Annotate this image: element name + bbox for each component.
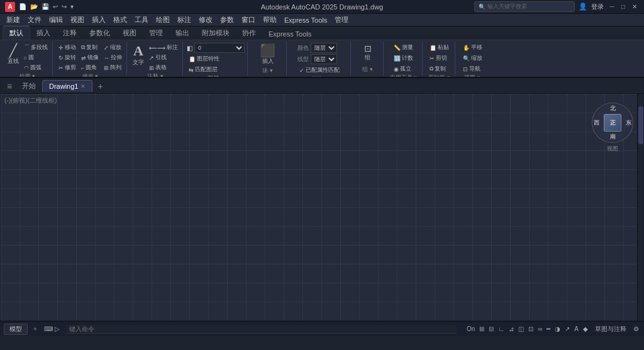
mirror-btn[interactable]: ⇌ 镜像 (79, 53, 101, 62)
search-bar[interactable]: 🔍 输入关键字搜索 (474, 1, 575, 12)
rotate-btn[interactable]: ↻ 旋转 (57, 53, 78, 62)
user-icon[interactable]: 👤 (579, 3, 587, 11)
minimize-btn[interactable]: ─ (608, 3, 616, 11)
close-btn[interactable]: ✕ (630, 3, 639, 11)
status-icon-6[interactable]: ⊡ (527, 325, 535, 332)
canvas-grid[interactable] (1, 94, 643, 320)
menu-edit[interactable]: 编辑 (45, 14, 67, 26)
tab-annotation[interactable]: 注释 (57, 26, 83, 40)
tab-manage[interactable]: 管理 (143, 26, 169, 40)
insert-btn[interactable]: ⬛ 插入 (258, 43, 277, 67)
layer-select[interactable]: 0 (194, 43, 245, 53)
status-icon-1[interactable]: ⊞ (478, 325, 486, 332)
color-select[interactable]: 随层 (311, 43, 337, 53)
menu-modify[interactable]: 修改 (195, 14, 216, 26)
menu-draw[interactable]: 绘图 (152, 14, 174, 26)
home-tab-drawing[interactable]: 开始 (17, 80, 41, 92)
app-icon[interactable]: A (5, 2, 15, 12)
count-btn[interactable]: 🔢 计数 (392, 54, 415, 63)
menu-params[interactable]: 参数 (216, 14, 238, 26)
fillet-btn[interactable]: ⌐ 圆角 (79, 63, 101, 72)
status-icon-4[interactable]: ⊿ (508, 325, 515, 332)
move-btn[interactable]: ✛ 移动 (57, 43, 78, 52)
trim-btn[interactable]: ✂ 修剪 (57, 63, 78, 72)
polyline-btn[interactable]: ⌒ 多段线 (22, 43, 50, 52)
menu-dimension[interactable]: 标注 (174, 14, 195, 26)
status-icon-9[interactable]: ◑ (553, 325, 562, 332)
tab-output[interactable]: 输出 (169, 26, 196, 40)
copyclip-btn[interactable]: ⧉ 复制 (428, 64, 448, 74)
status-workspace[interactable]: 草图与注释 (594, 325, 628, 334)
drawing-tab-close[interactable]: ✕ (80, 83, 86, 89)
layer-props-btn[interactable]: 📋 图层特性 (187, 54, 221, 64)
circle-btn[interactable]: ○ 圆 (22, 53, 50, 62)
matchprop-btn[interactable]: ✓ 已配属性匹配 (297, 65, 341, 75)
menu-insert[interactable]: 插入 (88, 14, 109, 26)
menu-file[interactable]: 文件 (24, 14, 45, 26)
add-layout-btn[interactable]: + (30, 324, 40, 334)
status-icon-settings[interactable]: ⚙ (632, 325, 640, 332)
menu-window[interactable]: 窗口 (238, 14, 259, 26)
save-btn[interactable]: 💾 (40, 3, 50, 10)
arc-btn[interactable]: ◠ 圆弧 (22, 63, 50, 72)
status-icon-2[interactable]: ⊟ (487, 325, 495, 332)
menu-tools[interactable]: 工具 (131, 14, 152, 26)
cut-btn[interactable]: ✂ 剪切 (428, 54, 449, 63)
table-btn[interactable]: ⊞ 表格 (147, 63, 180, 72)
paste-btn[interactable]: 📋 粘贴 (428, 43, 451, 52)
zoom-btn[interactable]: 🔍 缩放 (461, 54, 484, 63)
redo-btn[interactable]: ↪ (60, 3, 68, 10)
status-icon-10[interactable]: ↗ (564, 325, 571, 332)
dim-btn[interactable]: ⟵⟶ 标注 (147, 43, 180, 52)
tab-view[interactable]: 视图 (116, 26, 143, 40)
status-icon-11[interactable]: A (573, 325, 580, 332)
status-icon-3[interactable]: ∟ (497, 325, 506, 332)
undo-btn[interactable]: ↩ (52, 3, 59, 10)
tab-addins[interactable]: 附加模块 (196, 26, 236, 40)
menu-format[interactable]: 格式 (109, 14, 131, 26)
match-layer-btn[interactable]: ⇆ 匹配图层 (187, 65, 219, 74)
status-icon-12[interactable]: ◆ (582, 325, 589, 332)
leader-btn[interactable]: ↗ 引线 (147, 53, 180, 62)
stretch-btn[interactable]: ↔ 拉伸 (102, 53, 124, 62)
signin-btn[interactable]: 登录 (591, 3, 604, 11)
text-btn[interactable]: A 文字 (131, 43, 146, 68)
new-btn[interactable]: 📄 (18, 3, 28, 10)
model-tab[interactable]: 模型 (4, 324, 28, 335)
status-icon-5[interactable]: ◫ (517, 325, 525, 332)
menu-manage[interactable]: 管理 (331, 14, 352, 26)
scrollbar-thumb[interactable] (638, 106, 643, 144)
scale-btn[interactable]: ⤢ 缩放 (102, 43, 124, 52)
command-input[interactable] (67, 325, 457, 334)
canvas-area[interactable]: (-)(俯视)(二维线框) 北 南 西 东 正 视图 (1, 94, 643, 320)
array-btn[interactable]: ⊞ 阵列 (102, 63, 124, 72)
measure-btn[interactable]: 📏 测量 (392, 43, 415, 52)
isolate-btn[interactable]: ◉ 孤立 (392, 64, 413, 74)
viewcube[interactable]: 北 南 西 东 正 视图 (591, 103, 635, 153)
tab-collaborate[interactable]: 协作 (236, 26, 262, 40)
tab-express[interactable]: Express Tools (262, 28, 318, 40)
navcube-btn[interactable]: ⊡ 导航 (461, 64, 482, 74)
quicktools-more[interactable]: ▾ (69, 3, 75, 10)
menu-express[interactable]: Express Tools (280, 15, 331, 25)
pan-btn[interactable]: ✋ 平移 (461, 43, 484, 52)
linetype-select[interactable]: 随层 (311, 54, 337, 64)
tab-parametric[interactable]: 参数化 (83, 26, 116, 40)
tab-default[interactable]: 默认 (3, 26, 30, 40)
scrollbar-right[interactable] (637, 94, 643, 320)
menu-view[interactable]: 视图 (67, 14, 88, 26)
compass-ring[interactable]: 北 南 西 东 正 (592, 103, 633, 143)
add-drawing-btn[interactable]: + (94, 81, 106, 92)
status-icon-7[interactable]: ∞ (536, 325, 543, 332)
hamburger-menu[interactable]: ≡ (3, 80, 16, 93)
group-btn[interactable]: ⊡ 组 (362, 43, 374, 63)
maximize-btn[interactable]: □ (619, 3, 628, 11)
drawing-tab-1[interactable]: Drawing1 ✕ (42, 80, 92, 92)
menu-new[interactable]: 新建 (3, 14, 24, 26)
open-btn[interactable]: 📂 (29, 3, 39, 10)
status-icon-8[interactable]: ━ (545, 325, 552, 332)
menu-help[interactable]: 帮助 (259, 14, 280, 26)
line-btn[interactable]: ╱ 直线 (6, 43, 21, 67)
cube-face-top[interactable]: 正 (604, 114, 621, 132)
tab-insert[interactable]: 插入 (30, 26, 57, 40)
